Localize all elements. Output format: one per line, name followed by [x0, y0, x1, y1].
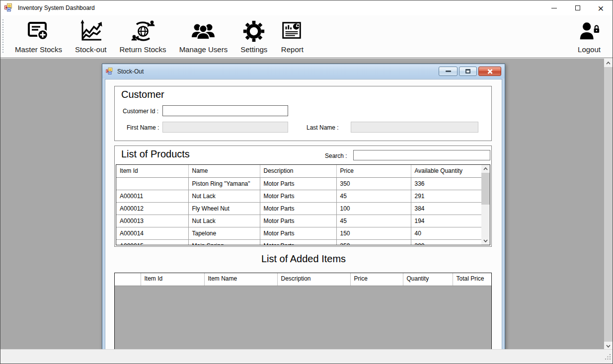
grid-cell[interactable]: Motor Parts: [260, 202, 336, 215]
grid-cell[interactable]: Motor Parts: [260, 190, 336, 202]
toolbar-grip-icon: [2, 19, 3, 53]
col-added-total-price[interactable]: Total Price: [453, 273, 491, 286]
toolbar-stock-out[interactable]: Stock-out: [69, 17, 113, 55]
customer-groupbox: Customer Customer Id : First Name : Last…: [114, 86, 492, 141]
grid-cell[interactable]: 45: [336, 190, 411, 202]
first-name-label: First Name :: [127, 124, 159, 131]
product-row[interactable]: A000015 Main Spring Motor Parts 350 300: [116, 239, 481, 245]
product-row[interactable]: A000013 Nut Lack Motor Parts 45 194: [116, 215, 481, 227]
toolbar-label-logout: Logout: [578, 45, 601, 54]
stockout-window-icon: [106, 68, 113, 75]
products-table: Item Id Name Description Price Available…: [116, 165, 482, 245]
product-row[interactable]: A000014 Tapelone Motor Parts 150 40: [116, 227, 481, 239]
grid-cell[interactable]: A000014: [116, 227, 188, 239]
settings-icon: [242, 18, 266, 45]
maximize-button[interactable]: [566, 0, 589, 15]
added-items-grid: Item Id Item Name Description Price Quan…: [114, 273, 492, 350]
report-icon: [280, 18, 304, 45]
grid-cell[interactable]: Nut Lack: [188, 190, 260, 202]
grid-cell[interactable]: 45: [336, 215, 411, 227]
grid-cell[interactable]: Motor Parts: [260, 227, 336, 239]
stockout-minimize-button[interactable]: [439, 67, 458, 76]
grid-cell[interactable]: Tapelone: [188, 227, 260, 239]
grid-cell[interactable]: 336: [411, 177, 481, 190]
stockout-maximize-button[interactable]: [459, 67, 477, 76]
col-added-item-id[interactable]: Item Id: [141, 273, 204, 286]
first-name-input[interactable]: [162, 122, 288, 133]
master-stocks-icon: [26, 18, 51, 45]
stockout-titlebar[interactable]: Stock-Out: [102, 64, 505, 78]
scroll-up-button[interactable]: [481, 165, 490, 173]
grid-cell[interactable]: A000012: [116, 202, 188, 215]
last-name-input[interactable]: [351, 122, 478, 133]
toolbar-return-stocks[interactable]: Return Stocks: [113, 17, 172, 55]
toolbar-logout[interactable]: Logout: [571, 17, 608, 55]
mdi-scroll-up-button[interactable]: [604, 59, 613, 67]
product-row[interactable]: A000010 Piston Ring "Yamana" Motor Parts…: [116, 177, 481, 190]
search-input[interactable]: [353, 150, 490, 160]
chevron-down-icon: [606, 345, 611, 348]
toolbar-label-stock-out: Stock-out: [75, 45, 106, 54]
scrollbar-thumb[interactable]: [481, 173, 490, 205]
product-row[interactable]: A000012 Fly Wheel Nut Motor Parts 100 38…: [116, 202, 481, 215]
mdi-vertical-scrollbar[interactable]: [604, 59, 613, 350]
toolbar-report[interactable]: Report: [274, 17, 310, 55]
stockout-window-controls: [439, 67, 501, 76]
stockout-window: Stock-Out Customer Customer: [102, 64, 505, 350]
col-description[interactable]: Description: [260, 165, 336, 177]
grid-cell[interactable]: 150: [336, 227, 411, 239]
grid-cell[interactable]: Nut Lack: [188, 215, 260, 227]
resize-grip-icon[interactable]: [605, 353, 611, 362]
grid-cell[interactable]: 291: [411, 190, 481, 202]
stockout-close-icon: [487, 69, 493, 74]
close-button[interactable]: ×: [589, 0, 613, 15]
manage-users-icon: [191, 18, 216, 45]
grid-cell[interactable]: A000015: [116, 239, 188, 245]
customer-id-input[interactable]: [162, 105, 288, 116]
grid-cell[interactable]: Main Spring: [188, 239, 260, 245]
toolbar-label-master-stocks: Master Stocks: [15, 45, 62, 54]
grid-cell[interactable]: 194: [411, 215, 481, 227]
col-added-item-name[interactable]: Item Name: [204, 273, 277, 286]
chevron-up-icon: [483, 167, 488, 170]
col-added-price[interactable]: Price: [350, 273, 403, 286]
minimize-icon: [551, 8, 557, 8]
grid-cell[interactable]: A000011: [116, 190, 188, 202]
grid-cell[interactable]: 350: [336, 239, 411, 245]
grid-cell[interactable]: 100: [336, 202, 411, 215]
toolbar-label-settings: Settings: [240, 45, 267, 54]
col-row-header: [115, 273, 141, 286]
grid-cell[interactable]: 350: [336, 177, 411, 190]
grid-cell[interactable]: 384: [411, 202, 481, 215]
minimize-button[interactable]: [542, 0, 566, 15]
toolbar-master-stocks[interactable]: Master Stocks: [8, 17, 69, 55]
toolbar-label-report: Report: [281, 45, 304, 54]
stockout-title: Stock-Out: [117, 68, 144, 75]
stockout-close-button[interactable]: [478, 67, 501, 76]
chevron-down-icon: [483, 239, 488, 242]
col-price[interactable]: Price: [336, 165, 411, 177]
toolbar-settings[interactable]: Settings: [234, 17, 274, 55]
col-added-description[interactable]: Description: [277, 273, 350, 286]
grid-cell[interactable]: Piston Ring "Yamana": [188, 177, 260, 190]
grid-cell[interactable]: A000013: [116, 215, 188, 227]
grid-cell[interactable]: 300: [411, 239, 481, 245]
col-name[interactable]: Name: [188, 165, 260, 177]
grid-cell[interactable]: Motor Parts: [260, 177, 336, 190]
toolbar-manage-users[interactable]: Manage Users: [173, 17, 234, 55]
grid-cell[interactable]: Fly Wheel Nut: [188, 202, 260, 215]
col-item-id[interactable]: Item Id: [116, 165, 188, 177]
grid-cell[interactable]: Motor Parts: [260, 215, 336, 227]
last-name-label: Last Name :: [306, 124, 339, 131]
col-added-quantity[interactable]: Quantity: [403, 273, 453, 286]
col-available-quantity[interactable]: Available Quantity: [411, 165, 481, 177]
grid-cell[interactable]: 40: [411, 227, 481, 239]
products-grid-scrollbar[interactable]: [481, 165, 490, 245]
grid-cell[interactable]: Motor Parts: [260, 239, 336, 245]
scroll-down-button[interactable]: [481, 237, 490, 245]
grid-cell-selected[interactable]: A000010: [116, 177, 188, 190]
product-row[interactable]: A000011 Nut Lack Motor Parts 45 291: [116, 190, 481, 202]
stockout-client-area: Customer Customer Id : First Name : Last…: [105, 79, 502, 350]
window-controls: ×: [542, 0, 613, 15]
return-stocks-icon: [131, 18, 155, 45]
